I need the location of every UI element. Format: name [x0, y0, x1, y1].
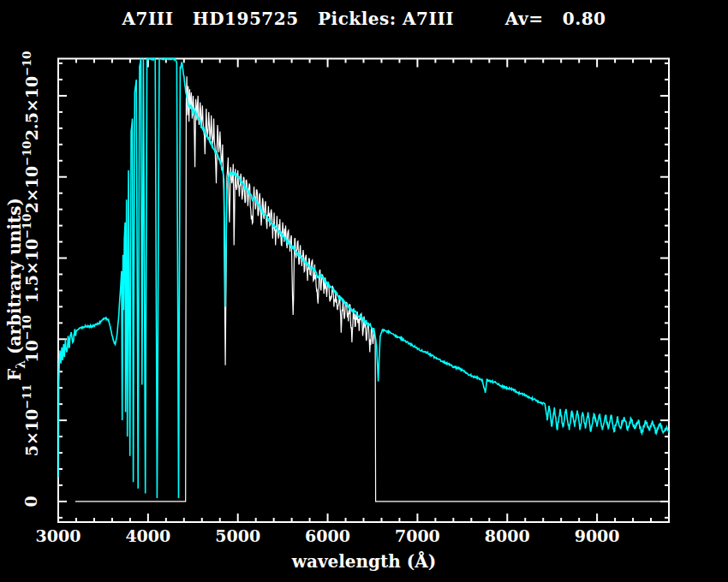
x-tick-label-5000: 5000 — [204, 526, 272, 545]
plot-frame — [58, 59, 669, 523]
x-tick-label-3000: 3000 — [24, 526, 92, 545]
y-tick-label-0: 0 — [21, 496, 40, 507]
plot-canvas — [0, 0, 728, 582]
y-axis-label-rest: (arbitrary units) — [4, 198, 25, 360]
spectrum-plot-screen: A7III HD195725 Pickles: A7III Av= 0.80 3… — [0, 0, 728, 582]
y-tick-exponent: −10 — [21, 51, 33, 76]
x-axis-label-text: wavelength (Å) — [292, 551, 437, 572]
template-spectrum-curve — [58, 57, 669, 498]
x-axis-label: wavelength (Å) — [0, 551, 728, 572]
axis-ticks — [58, 59, 669, 523]
flux-subscript-lambda: λ — [14, 360, 27, 369]
spectra-group — [58, 57, 669, 502]
y-tick-label-2.5×10−10: 2.5×10−10 — [21, 51, 40, 140]
y-tick-label-5×10−11: 5×10−11 — [21, 384, 40, 457]
x-tick-label-6000: 6000 — [294, 526, 362, 545]
observed-spectrum-curve — [75, 76, 669, 502]
x-tick-label-8000: 8000 — [473, 526, 541, 545]
x-tick-label-9000: 9000 — [563, 526, 631, 545]
y-tick-exponent: −11 — [21, 384, 33, 409]
x-tick-label-7000: 7000 — [383, 526, 451, 545]
y-tick-exponent: −10 — [21, 140, 33, 165]
flux-symbol: F — [4, 369, 25, 381]
x-tick-label-4000: 4000 — [114, 526, 182, 545]
y-axis-label: Fλ (arbitrary units) — [4, 198, 27, 381]
